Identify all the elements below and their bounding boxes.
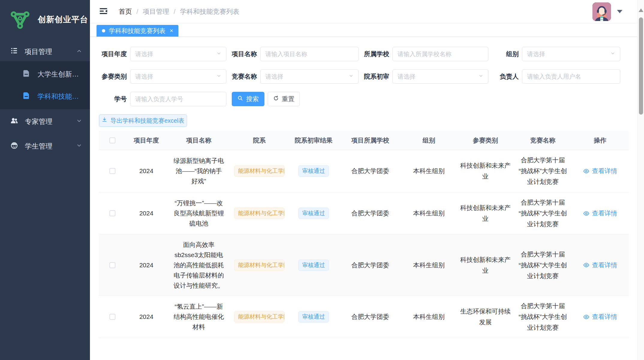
view-detail-label: 查看详情: [592, 311, 617, 322]
view-detail-link[interactable]: 查看详情: [583, 208, 617, 219]
filter-label-school: 所属学校: [361, 50, 389, 58]
cell-group: [401, 338, 457, 360]
breadcrumb-separator: /: [136, 8, 138, 16]
user-menu-caret-icon[interactable]: [617, 10, 622, 13]
cell-category: 生态环保和可持续发展: [457, 296, 514, 338]
leader-input[interactable]: [522, 69, 620, 84]
cell-school: 合肥大学团委: [339, 296, 401, 338]
sidebar-item-label: 大学生创新…: [37, 70, 79, 79]
tab-subject-skill-competition[interactable]: 学科和技能竞赛列表 ×: [97, 25, 178, 37]
breadcrumb-home[interactable]: 首页: [119, 7, 132, 16]
review-status-tag: 审核通过: [298, 208, 329, 219]
user-avatar[interactable]: [592, 2, 611, 21]
table-row: 2024 绿源新型钠离子电池——“我的钠手好戏” 能源材料与化工学院 审核通过 …: [99, 150, 629, 192]
project-name-input[interactable]: [260, 47, 359, 61]
scrollbar-thumb[interactable]: [639, 17, 643, 115]
select-placeholder: 请选择: [135, 50, 214, 58]
table-row: 2024 面向高效率sb2sse3太阳能电池的高性能低损耗电子传输层材料的设计与…: [99, 235, 629, 296]
sidebar-item-label: 学生管理: [25, 142, 76, 151]
search-button[interactable]: 搜索: [232, 92, 264, 106]
school-input[interactable]: [392, 47, 488, 61]
scrollbar: [637, 0, 644, 360]
cell-group: 本科生组别: [401, 192, 457, 234]
sidebar-item-student-innovation[interactable]: 大学生创新…: [0, 63, 90, 85]
download-icon: [102, 117, 107, 124]
review-select[interactable]: 请选择: [392, 69, 488, 84]
filter-label-year: 项目年度: [99, 50, 127, 58]
main-area: 首页 / 项目管理 / 学科和技能竞赛列表: [90, 0, 637, 360]
tab-active-dot-icon: [102, 29, 105, 32]
chevron-down-icon: [216, 74, 221, 80]
group-select[interactable]: 请选择: [522, 47, 620, 61]
header-actions: 操作: [571, 135, 629, 146]
cell-year: 2024: [126, 235, 167, 296]
cell-school: 合肥大学团委: [339, 235, 401, 296]
tab-label: 学科和技能竞赛列表: [109, 27, 165, 35]
cell-category: 科技创新和未来产业: [457, 338, 514, 360]
cell-year: 2024: [126, 192, 167, 234]
filter-row-3: 学号 搜索 重置: [99, 92, 629, 106]
cell-school: [339, 338, 401, 360]
sidebar-item-expert-management[interactable]: 专家管理: [0, 109, 90, 134]
filter-label-leader: 负责人: [497, 72, 519, 81]
header-dept: 院系: [231, 135, 288, 146]
student-id-input[interactable]: [130, 92, 226, 106]
sidebar-item-student-management[interactable]: 学生管理: [0, 134, 90, 158]
breadcrumb: 首页 / 项目管理 / 学科和技能竞赛列表: [119, 7, 239, 16]
sidebar-item-label: 学科和技能…: [37, 92, 79, 101]
sidebar-item-subject-skill-competition[interactable]: 学科和技能…: [0, 85, 90, 107]
view-detail-label: 查看详情: [592, 166, 617, 176]
year-select[interactable]: 请选择: [130, 47, 226, 61]
filter-row-2: 参赛类别 请选择 竞赛名称 请选择 院系初审 请选择 负责人: [99, 69, 629, 84]
list-icon: [10, 47, 18, 56]
scrollbar-up-arrow[interactable]: [639, 8, 643, 12]
filter-label-review: 院系初审: [361, 72, 389, 81]
chevron-down-icon: [76, 142, 82, 150]
document-icon: [22, 92, 30, 101]
table-header: 项目年度 项目名称 院系 院系初审结果 项目所属学校 组别 参赛类别 竞赛名称 …: [99, 131, 629, 150]
export-excel-button[interactable]: 导出学科和技能竞赛excel表: [99, 114, 187, 127]
header-school: 项目所属学校: [339, 135, 401, 146]
cell-school: 合肥大学团委: [339, 192, 401, 234]
header-category: 参赛类别: [457, 135, 514, 146]
category-select[interactable]: 请选择: [130, 69, 226, 84]
review-status-tag: 审核通过: [298, 260, 329, 271]
cell-category: 科技创新和未来产业: [457, 192, 514, 234]
row-checkbox[interactable]: [109, 314, 115, 320]
student-face-icon: [10, 141, 18, 151]
select-placeholder: 请选择: [135, 73, 214, 81]
reset-button[interactable]: 重置: [268, 92, 300, 106]
filter-label-student-id: 学号: [99, 95, 127, 103]
row-checkbox[interactable]: [109, 168, 115, 174]
chevron-down-icon: [479, 74, 483, 80]
competition-table: 项目年度 项目名称 院系 院系初审结果 项目所属学校 组别 参赛类别 竞赛名称 …: [99, 131, 629, 360]
view-detail-link[interactable]: 查看详情: [583, 166, 617, 176]
cell-competition: 合肥大学第十届“挑战杯”大学生创业计划竞赛: [514, 235, 571, 296]
header-year: 项目年度: [126, 135, 167, 146]
dept-tag: 能源材料与化工学院: [234, 165, 285, 177]
cell-competition: 合肥大学第十届“挑战杯”大学生创业计划竞赛: [514, 192, 571, 234]
cell-name: “万锂挑一”——改良型高续航新型锂硫电池: [167, 192, 231, 234]
breadcrumb-project-management[interactable]: 项目管理: [143, 7, 169, 16]
view-detail-link[interactable]: 查看详情: [583, 260, 617, 271]
view-detail-link[interactable]: 查看详情: [583, 311, 617, 322]
header-name: 项目名称: [167, 135, 231, 146]
dept-tag: 能源材料与化工学院: [234, 208, 285, 219]
row-checkbox[interactable]: [109, 210, 115, 216]
collapse-sidebar-icon[interactable]: [99, 7, 108, 17]
chevron-down-icon: [610, 51, 615, 57]
cell-name: “氢云直上”——新结构高性能电催化材料: [167, 296, 231, 338]
sidebar-menu: 项目管理 大学生创新…: [0, 42, 90, 158]
competition-select[interactable]: 请选择: [260, 69, 359, 84]
cell-group: 本科生组别: [401, 150, 457, 192]
sidebar-item-label: 专家管理: [25, 117, 76, 126]
row-checkbox[interactable]: [109, 262, 115, 268]
document-icon: [22, 69, 30, 79]
select-all-checkbox[interactable]: [109, 137, 115, 143]
reset-button-label: 重置: [282, 95, 294, 103]
people-icon: [10, 117, 18, 127]
sidebar-item-project-management[interactable]: 项目管理: [0, 42, 90, 61]
cell-group: 本科生组别: [401, 296, 457, 338]
tab-close-icon[interactable]: ×: [169, 27, 174, 34]
filter-label-competition: 竞赛名称: [231, 72, 257, 81]
